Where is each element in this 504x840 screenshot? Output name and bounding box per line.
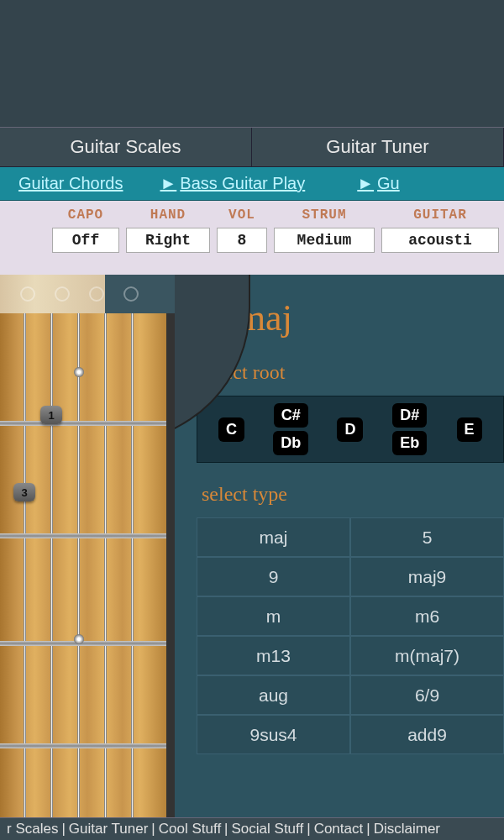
chord-type-5[interactable]: 5 <box>350 517 504 557</box>
string[interactable] <box>50 313 53 817</box>
chord-type-9[interactable]: 9 <box>197 557 350 596</box>
guitar-select[interactable]: acousti <box>381 228 499 253</box>
chord-type-add9[interactable]: add9 <box>350 715 504 754</box>
sub-tabs: Guitar Chords ►Bass Guitar Play ►Gu <box>0 167 504 201</box>
hand-label: HAND <box>150 207 186 223</box>
root-note-E[interactable]: E <box>445 417 493 442</box>
note-pill: E <box>457 417 482 442</box>
fret-wire <box>0 743 168 748</box>
chord-type-mmaj7[interactable]: m(maj7) <box>350 636 504 675</box>
subtab-partial-label: Gu <box>377 174 400 192</box>
fretboard[interactable]: 1 3 <box>0 275 175 817</box>
chord-type-m[interactable]: m <box>197 596 350 636</box>
root-note-C[interactable]: C <box>207 417 255 442</box>
string[interactable] <box>104 313 107 817</box>
hand-select[interactable]: Right <box>126 228 210 253</box>
fret-wire <box>0 421 168 426</box>
root-note-Dsharp[interactable]: D#Eb <box>386 403 433 455</box>
vol-select[interactable]: 8 <box>217 228 267 253</box>
root-note-Csharp[interactable]: C#Db <box>267 403 315 455</box>
open-string-dot <box>89 286 104 302</box>
string[interactable] <box>77 313 80 817</box>
tab-guitar-scales[interactable]: Guitar Scales <box>0 128 252 166</box>
chord-type-69[interactable]: 6/9 <box>350 675 504 715</box>
finger-marker-1[interactable]: 1 <box>40 406 62 424</box>
chord-type-m13[interactable]: m13 <box>197 636 350 675</box>
note-pill: C <box>218 417 244 442</box>
subtab-bass-guitar-play[interactable]: ►Bass Guitar Play <box>142 174 324 193</box>
chord-type-aug[interactable]: aug <box>197 675 350 715</box>
select-type-label: select type <box>202 483 504 506</box>
control-guitar: GUITAR acousti <box>381 207 499 268</box>
guitar-label: GUITAR <box>413 207 467 223</box>
chord-type-maj9[interactable]: maj9 <box>350 557 504 596</box>
type-row: 9maj9 <box>197 557 504 596</box>
type-row: mm6 <box>197 596 504 636</box>
control-vol: VOL 8 <box>217 207 267 268</box>
fretboard-wood: 1 3 <box>0 313 175 817</box>
open-string-dot <box>20 286 35 302</box>
strum-select[interactable]: Medium <box>274 228 375 253</box>
type-selector: maj59maj9mm6m13m(maj7)aug6/99sus4add9 <box>197 517 504 754</box>
footer-link[interactable]: Social Stuff <box>228 821 307 837</box>
chord-type-maj[interactable]: maj <box>197 517 350 557</box>
subtab-partial[interactable]: ►Gu <box>323 174 417 193</box>
root-selector: CC#DbDD#EbE <box>197 396 504 463</box>
note-pill: C# <box>274 403 308 428</box>
footer-links: r Scales | Guitar Tuner | Cool Stuff | S… <box>0 817 504 840</box>
open-string-dot <box>123 286 139 302</box>
tab-guitar-tuner[interactable]: Guitar Tuner <box>252 128 504 166</box>
chord-type-m6[interactable]: m6 <box>350 596 504 636</box>
string[interactable] <box>24 313 26 817</box>
note-pill: Eb <box>392 431 427 455</box>
play-icon: ► <box>357 174 374 192</box>
header-spacer <box>0 0 504 127</box>
subtab-guitar-chords[interactable]: Guitar Chords <box>0 174 142 193</box>
control-capo: CAPO Off <box>52 207 119 268</box>
fret-wire <box>0 533 168 538</box>
fret-inlay <box>74 634 84 644</box>
type-row: maj5 <box>197 517 504 557</box>
type-row: m13m(maj7) <box>197 636 504 675</box>
open-string-dot <box>55 286 70 302</box>
note-pill: D# <box>392 403 427 428</box>
chord-type-9sus4[interactable]: 9sus4 <box>197 715 350 754</box>
control-strum: STRUM Medium <box>274 207 375 268</box>
footer-link[interactable]: Disclaimer <box>370 821 444 837</box>
footer-link[interactable]: r Scales <box>3 821 61 837</box>
strum-label: STRUM <box>302 207 346 223</box>
footer-link[interactable]: Cool Stuff <box>155 821 224 837</box>
note-pill: Db <box>273 431 308 455</box>
note-pill: D <box>337 417 363 442</box>
select-root-label: select root <box>202 361 504 384</box>
fret-inlay <box>74 367 84 377</box>
chord-panel: E maj select root CC#DbDD#EbE select typ… <box>175 275 504 817</box>
vol-label: VOL <box>228 207 255 223</box>
finger-marker-3[interactable]: 3 <box>13 483 35 501</box>
play-icon: ► <box>160 174 177 192</box>
fret-wire <box>0 641 168 646</box>
type-row: aug6/9 <box>197 675 504 715</box>
type-row: 9sus4add9 <box>197 715 504 754</box>
root-note-D[interactable]: D <box>327 417 375 442</box>
capo-select[interactable]: Off <box>52 228 119 253</box>
nut <box>0 275 175 313</box>
control-hand: HAND Right <box>126 207 210 268</box>
footer-link[interactable]: Contact <box>311 821 367 837</box>
capo-label: CAPO <box>68 207 103 223</box>
main-area: 1 3 E maj select root CC#DbDD#EbE select… <box>0 275 504 817</box>
string[interactable] <box>131 313 134 817</box>
main-tabs: Guitar Scales Guitar Tuner <box>0 127 504 167</box>
subtab-bass-label: Bass Guitar Play <box>180 174 305 192</box>
footer-link[interactable]: Guitar Tuner <box>66 821 152 837</box>
control-strip: CAPO Off HAND Right VOL 8 STRUM Medium G… <box>0 201 504 275</box>
